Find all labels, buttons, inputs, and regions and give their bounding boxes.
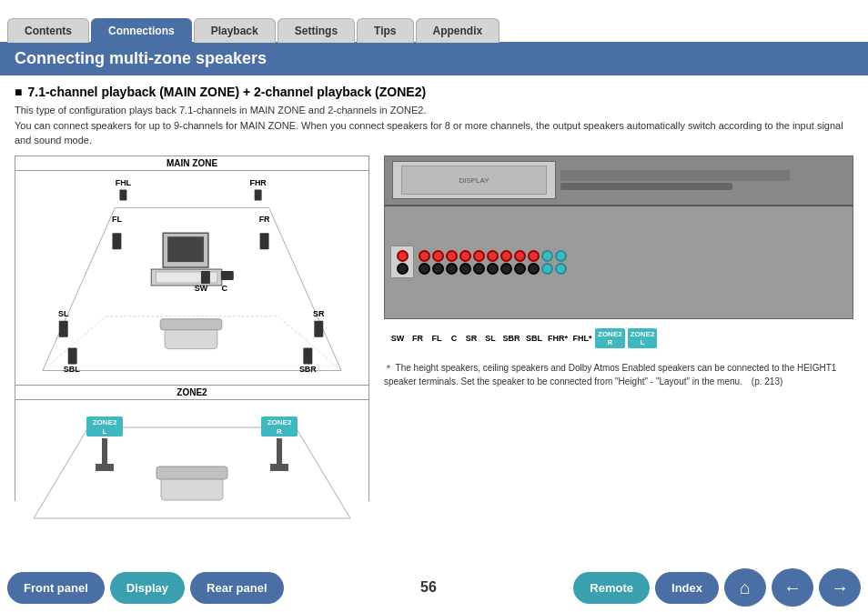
- svg-line-34: [296, 427, 350, 518]
- svg-text:SR: SR: [313, 308, 325, 317]
- terminal-sbr: SBR: [500, 334, 522, 343]
- terminal-sw: SW: [388, 334, 408, 343]
- svg-rect-45: [277, 438, 282, 466]
- svg-text:ZONE2: ZONE2: [267, 418, 292, 426]
- main-content: 7.1-channel playback (MAIN ZONE) + 2-cha…: [0, 75, 868, 557]
- svg-rect-21: [255, 189, 262, 200]
- svg-text:SL: SL: [58, 308, 69, 317]
- top-navigation: Contents Connections Playback Settings T…: [0, 0, 868, 42]
- tab-tips[interactable]: Tips: [357, 18, 413, 43]
- footnote: ＊ The height speakers, ceiling speakers …: [384, 361, 853, 388]
- terminal-sbl: SBL: [523, 334, 545, 343]
- svg-text:C: C: [222, 283, 228, 292]
- svg-rect-44: [96, 464, 114, 471]
- svg-rect-48: [156, 467, 227, 479]
- tab-contents[interactable]: Contents: [7, 18, 89, 43]
- terminal-zone2r: ZONE2R: [595, 328, 625, 348]
- terminal-fl: FL: [428, 334, 446, 343]
- description: This type of configuration plays back 7.…: [15, 103, 853, 148]
- svg-line-1: [269, 207, 342, 370]
- svg-line-0: [43, 207, 116, 370]
- svg-text:ZONE2: ZONE2: [93, 418, 117, 426]
- tab-settings[interactable]: Settings: [278, 18, 355, 43]
- page-number: 56: [289, 579, 569, 596]
- svg-rect-29: [303, 347, 312, 364]
- svg-rect-32: [160, 318, 222, 329]
- terminal-sr: SR: [462, 334, 480, 343]
- zone2-label: ZONE2: [15, 385, 368, 400]
- svg-rect-12: [221, 271, 234, 280]
- svg-rect-27: [68, 347, 77, 364]
- terminal-fhl: FHL*: [570, 334, 594, 343]
- svg-text:FL: FL: [112, 215, 122, 224]
- svg-rect-11: [201, 271, 210, 284]
- terminal-zone2l: ZONE2L: [628, 328, 658, 348]
- home-button[interactable]: ⌂: [724, 568, 766, 607]
- left-speaker-diagram: MAIN ZONE: [15, 156, 369, 501]
- svg-text:FHR: FHR: [249, 177, 267, 186]
- main-zone-area: SW C FL FR FHL FHR SL: [15, 171, 368, 385]
- rear-panel-button[interactable]: Rear panel: [190, 572, 283, 604]
- svg-rect-23: [59, 320, 68, 336]
- remote-button[interactable]: Remote: [573, 572, 650, 604]
- svg-text:R: R: [277, 427, 282, 436]
- tab-playback[interactable]: Playback: [194, 18, 276, 43]
- svg-text:FHL: FHL: [116, 177, 132, 186]
- svg-rect-8: [167, 236, 204, 262]
- svg-rect-17: [260, 233, 269, 249]
- section-title: 7.1-channel playback (MAIN ZONE) + 2-cha…: [15, 85, 853, 99]
- back-button[interactable]: ←: [772, 568, 813, 607]
- svg-text:SBL: SBL: [64, 365, 80, 374]
- terminal-sl: SL: [481, 334, 500, 343]
- svg-rect-46: [270, 464, 288, 471]
- display-button[interactable]: Display: [110, 572, 185, 604]
- bottom-navigation: Front panel Display Rear panel 56 Remote…: [0, 563, 868, 612]
- content-columns: MAIN ZONE: [15, 156, 853, 501]
- svg-rect-43: [102, 438, 107, 466]
- right-side: DISPLAY: [384, 156, 853, 501]
- front-panel-button[interactable]: Front panel: [7, 572, 105, 604]
- main-zone-label: MAIN ZONE: [15, 156, 368, 171]
- page-title: Connecting multi-zone speakers: [0, 42, 868, 75]
- terminal-fhr: FHR*: [546, 334, 570, 343]
- svg-line-33: [34, 427, 88, 518]
- svg-rect-19: [119, 189, 126, 200]
- receiver-image: DISPLAY: [384, 156, 853, 319]
- forward-button[interactable]: →: [819, 568, 861, 607]
- svg-text:FR: FR: [259, 215, 270, 224]
- terminal-fr: FR: [409, 334, 427, 343]
- zone2-area: ZONE2 L ZONE2 R: [15, 400, 368, 527]
- tab-connections[interactable]: Connections: [91, 18, 192, 43]
- svg-rect-15: [112, 233, 121, 249]
- index-button[interactable]: Index: [655, 572, 719, 604]
- svg-text:L: L: [103, 427, 107, 436]
- svg-rect-25: [314, 320, 323, 336]
- svg-text:SW: SW: [195, 283, 208, 292]
- tab-appendix[interactable]: Appendix: [416, 18, 500, 43]
- terminal-c: C: [447, 334, 461, 343]
- svg-text:SBR: SBR: [299, 365, 317, 374]
